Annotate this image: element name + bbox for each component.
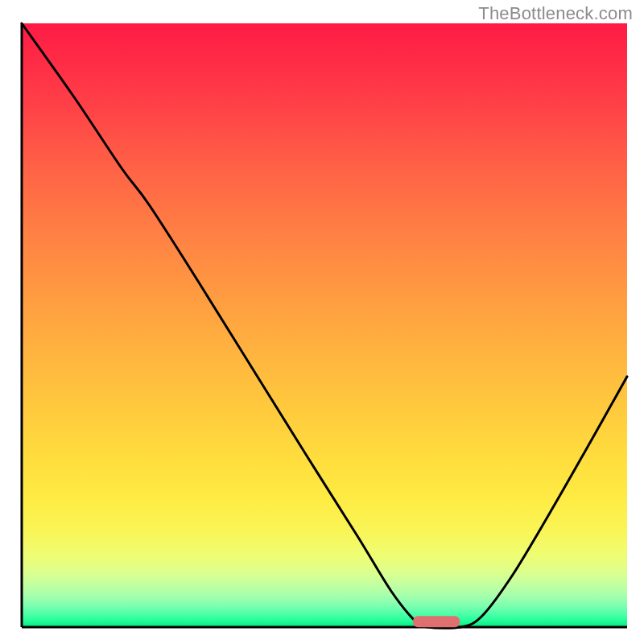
bottleneck-chart-svg xyxy=(0,0,644,644)
chart-frame: TheBottleneck.com xyxy=(0,0,644,644)
optimal-marker xyxy=(413,616,460,627)
